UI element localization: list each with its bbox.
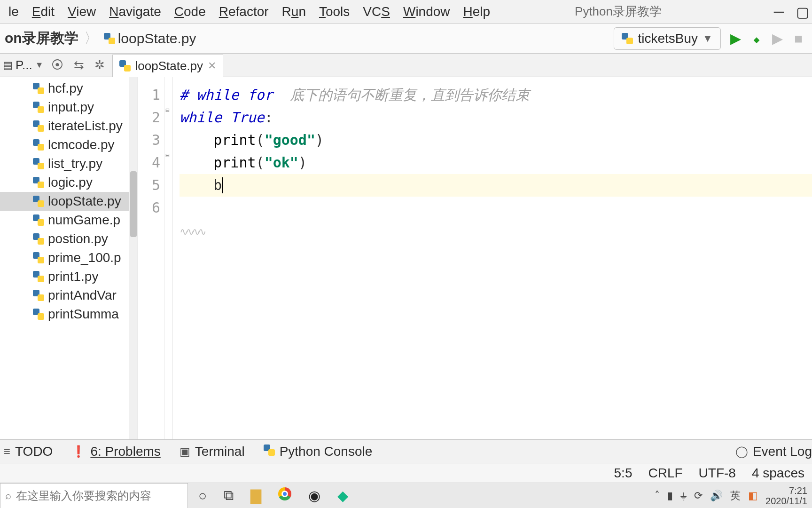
- event-log-toolwindow[interactable]: ◯ Event Log: [735, 444, 812, 459]
- tree-item[interactable]: iterateList.py: [0, 117, 138, 135]
- system-tray[interactable]: ˄ ▮ ⏚ ⟳ 🔊 英 ◧ 7:21 2020/11/1: [650, 485, 812, 506]
- python-console-toolwindow[interactable]: Python Console: [264, 444, 373, 459]
- tree-item[interactable]: list_try.py: [0, 154, 138, 173]
- coverage-button[interactable]: ▶: [772, 30, 783, 47]
- battery-icon[interactable]: ▮: [667, 490, 673, 502]
- tray-up-icon[interactable]: ˄: [655, 490, 660, 502]
- code-area[interactable]: # while for 底下的语句不断重复，直到告诉你结束 while True…: [173, 77, 812, 439]
- tree-item[interactable]: prime_100.p: [0, 248, 138, 267]
- ime-icon[interactable]: ◧: [748, 490, 758, 502]
- tree-item[interactable]: numGame.p: [0, 211, 138, 230]
- file-explorer-icon[interactable]: ▇: [250, 487, 261, 504]
- python-file-icon: [33, 309, 44, 320]
- menu-view[interactable]: View: [61, 1, 102, 22]
- collapse-icon[interactable]: ⇆: [74, 58, 84, 72]
- tree-item-label: list_try.py: [48, 156, 102, 171]
- tree-item-label: input.py: [48, 100, 94, 115]
- menu-window[interactable]: Window: [397, 1, 457, 22]
- todo-toolwindow[interactable]: ≡ TODO: [4, 444, 53, 459]
- python-file-icon: [33, 120, 44, 132]
- terminal-toolwindow[interactable]: ▣ Terminal: [180, 444, 245, 459]
- run-config-selector[interactable]: ticketsBuy ▼: [614, 27, 720, 50]
- windows-taskbar: ⌕ ○ ⧉ ▇ ◉ ◆ ˄ ▮ ⏚ ⟳ 🔊 英 ◧ 7:21 2020/11/1: [0, 483, 812, 508]
- menu-tools[interactable]: Tools: [312, 1, 356, 22]
- tree-item[interactable]: lcmcode.py: [0, 135, 138, 154]
- tree-item[interactable]: printAndVar: [0, 286, 138, 305]
- fold-start-icon[interactable]: ⊟: [165, 106, 169, 114]
- editor-tab-loopstate[interactable]: loopState.py ✕: [112, 55, 224, 77]
- python-file-icon: [33, 83, 44, 94]
- tree-item[interactable]: postion.py: [0, 230, 138, 248]
- tree-item[interactable]: input.py: [0, 98, 138, 117]
- chrome-icon[interactable]: [278, 487, 291, 504]
- fold-gutter[interactable]: ⊟ ⊟: [164, 77, 173, 439]
- menu-run[interactable]: Run: [275, 1, 312, 22]
- debug-button[interactable]: ⬥: [752, 31, 761, 47]
- windows-search[interactable]: ⌕: [0, 483, 188, 508]
- python-file-icon: [104, 33, 115, 44]
- menu-navigate[interactable]: Navigate: [102, 1, 168, 22]
- network-icon[interactable]: ⏚: [680, 490, 687, 502]
- python-file-icon: [33, 290, 44, 301]
- tree-item-label: numGame.p: [48, 213, 120, 228]
- breadcrumb-file[interactable]: loopState.py: [99, 31, 201, 47]
- project-toolwindow-button[interactable]: ▤ P... ▼: [0, 58, 47, 72]
- taskbar-clock[interactable]: 7:21 2020/11/1: [765, 485, 807, 506]
- locate-icon[interactable]: ⦿: [51, 58, 63, 72]
- ime-indicator[interactable]: 英: [730, 489, 741, 503]
- tree-item-label: iterateList.py: [48, 119, 123, 134]
- cortana-icon[interactable]: ○: [198, 488, 207, 504]
- menu-edit[interactable]: Edit: [25, 1, 61, 22]
- tree-item[interactable]: printSumma: [0, 305, 138, 324]
- app-icon-1[interactable]: ◉: [308, 487, 320, 504]
- wifi-icon[interactable]: ⟳: [694, 490, 703, 502]
- python-file-icon: [33, 139, 44, 151]
- code-editor[interactable]: 123456 ⊟ ⊟ # while for 底下的语句不断重复，直到告诉你结束…: [138, 77, 812, 439]
- toolwindow-bar: ≡ TODO ❗ 6: Problems ▣ Terminal Python C…: [0, 439, 812, 463]
- close-tab-icon[interactable]: ✕: [208, 60, 216, 72]
- task-view-icon[interactable]: ⧉: [224, 487, 234, 504]
- tree-item[interactable]: print1.py: [0, 267, 138, 286]
- search-input[interactable]: [16, 489, 183, 502]
- tree-item-label: print1.py: [48, 269, 98, 284]
- project-tree[interactable]: hcf.pyinput.pyiterateList.pylcmcode.pyli…: [0, 77, 138, 439]
- fold-end-icon[interactable]: ⊟: [165, 151, 169, 159]
- python-icon: [264, 444, 275, 459]
- breadcrumb-project[interactable]: on录屏教学: [0, 29, 83, 48]
- tree-item[interactable]: loopState.py: [0, 192, 138, 211]
- menu-help[interactable]: Help: [457, 1, 497, 22]
- python-file-icon: [119, 60, 131, 71]
- problems-toolwindow[interactable]: ❗ 6: Problems: [71, 444, 160, 459]
- caret-position[interactable]: 5:5: [614, 466, 632, 481]
- menu-code[interactable]: Code: [168, 1, 212, 22]
- pycharm-icon[interactable]: ◆: [337, 487, 348, 504]
- stop-button[interactable]: ■: [794, 31, 803, 47]
- indent-info[interactable]: 4 spaces: [752, 466, 804, 481]
- python-file-icon: [33, 177, 44, 188]
- menu-file[interactable]: le: [2, 1, 25, 22]
- file-encoding[interactable]: UTF-8: [699, 466, 736, 481]
- python-file-icon: [33, 271, 44, 282]
- tree-item-label: logic.py: [48, 175, 93, 190]
- minimize-icon[interactable]: ─: [774, 4, 784, 20]
- tree-item[interactable]: logic.py: [0, 173, 138, 192]
- run-button[interactable]: ▶: [730, 30, 741, 47]
- tree-item-label: lcmcode.py: [48, 137, 115, 152]
- search-icon: ⌕: [5, 490, 11, 502]
- maximize-icon[interactable]: ▢: [796, 4, 809, 20]
- chevron-down-icon: ▼: [703, 32, 713, 45]
- volume-icon[interactable]: 🔊: [710, 490, 723, 502]
- settings-gear-icon[interactable]: ✲: [94, 58, 105, 72]
- python-file-icon: [33, 158, 44, 169]
- todo-icon: ≡: [4, 445, 10, 458]
- python-file-icon: [33, 214, 44, 226]
- scrollbar-thumb[interactable]: [130, 171, 137, 237]
- tree-item[interactable]: hcf.py: [0, 79, 138, 98]
- menu-refactor[interactable]: Refactor: [212, 1, 275, 22]
- python-file-icon: [33, 196, 44, 207]
- event-log-icon: ◯: [735, 445, 748, 458]
- menu-vcs[interactable]: VCS: [356, 1, 397, 22]
- tree-scrollbar[interactable]: [129, 77, 138, 439]
- line-gutter: 123456: [138, 77, 164, 439]
- line-separator[interactable]: CRLF: [648, 466, 682, 481]
